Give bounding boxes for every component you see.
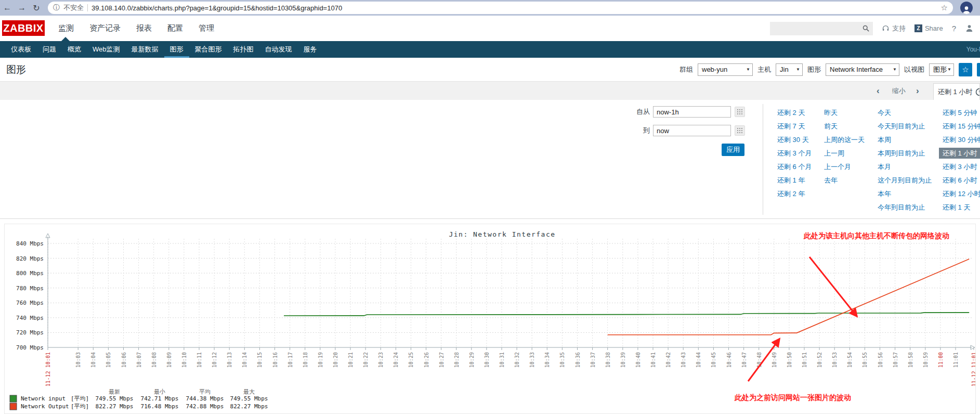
group-label: 群组: [680, 65, 693, 74]
person-icon: [962, 6, 971, 14]
quick-range-link[interactable]: 还剩 12 小时: [943, 190, 980, 198]
help-link[interactable]: ?: [952, 24, 956, 33]
quick-range-link[interactable]: 这个月到目前为止: [878, 176, 932, 184]
quick-range-link[interactable]: 今年到目前为止: [878, 203, 925, 211]
quick-range-link[interactable]: 本周到目前为止: [878, 149, 925, 157]
favorite-star-button[interactable]: [959, 63, 972, 76]
quick-range-link[interactable]: 还剩 6 小时: [943, 176, 977, 184]
quick-range-link[interactable]: 还剩 7 天: [777, 122, 805, 130]
quick-range-link[interactable]: 昨天: [824, 109, 838, 117]
quick-range-link[interactable]: 上一周: [824, 149, 844, 157]
legend-value: 716.48 Mbps: [141, 403, 179, 410]
apply-button[interactable]: 应用: [722, 144, 744, 156]
x-axis-label: 10:29: [469, 352, 475, 368]
back-icon[interactable]: ←: [0, 3, 15, 12]
quick-range-link[interactable]: 前天: [824, 122, 838, 130]
x-axis-label: 10:20: [333, 352, 338, 368]
y-axis-label: 820 Mbps: [16, 255, 44, 262]
url-text[interactable]: 39.108.140.0/zabbix/charts.php?page=1&gr…: [92, 4, 342, 12]
annotation-text: 此处为之前访问网站一张图片的波动: [734, 393, 851, 402]
security-label: 不安全: [63, 3, 84, 12]
subnav-web[interactable]: Web监测: [87, 41, 126, 58]
nav-configuration[interactable]: 配置: [167, 23, 183, 33]
to-input[interactable]: [653, 125, 731, 136]
subnav-problems[interactable]: 问题: [37, 41, 62, 58]
quick-range-link[interactable]: 还剩 30 分钟: [943, 136, 980, 144]
quick-range-link[interactable]: 还剩 1 天: [943, 203, 970, 211]
time-range-tab[interactable]: 还剩 1 小时: [933, 83, 980, 100]
legend-header: 平均: [199, 389, 211, 395]
time-back-chevron-icon[interactable]: ‹: [877, 82, 880, 100]
reload-icon[interactable]: ↻: [29, 3, 44, 13]
subnav-graphs[interactable]: 图形: [164, 41, 189, 58]
address-bar[interactable]: ⓘ 不安全 39.108.140.0/zabbix/charts.php?pag…: [48, 2, 953, 14]
quick-range-link[interactable]: 今天: [878, 109, 891, 117]
x-axis-label: 10:03: [75, 352, 81, 368]
quick-range-link[interactable]: 还剩 3 小时: [943, 163, 977, 171]
quick-range-link[interactable]: 还剩 2 天: [777, 109, 805, 117]
nav-inventory[interactable]: 资产记录: [89, 23, 121, 33]
search-box[interactable]: [770, 22, 873, 35]
from-calendar-button[interactable]: [735, 107, 745, 117]
quick-range-link[interactable]: 还剩 30 天: [777, 136, 809, 144]
quick-range-link[interactable]: 上一个月: [824, 163, 851, 171]
host-select[interactable]: Jin: [776, 63, 803, 76]
zabbix-logo[interactable]: ZABBIX: [2, 20, 45, 36]
share-link[interactable]: Z Share: [914, 24, 943, 32]
search-input[interactable]: [773, 24, 862, 33]
browser-profile-avatar[interactable]: [960, 2, 973, 14]
quick-range-link[interactable]: 本年: [878, 190, 891, 198]
search-icon[interactable]: [862, 24, 870, 32]
graph-select[interactable]: Network Interface: [826, 63, 899, 76]
annotation-arrow: [809, 257, 857, 316]
from-input[interactable]: [653, 106, 731, 118]
x-axis-label: 10:38: [605, 352, 611, 368]
x-axis-label: 10:59: [923, 352, 929, 368]
fullscreen-button-partial[interactable]: [977, 63, 980, 76]
quick-range-link[interactable]: 本月: [878, 163, 891, 171]
quick-range-link[interactable]: 还剩 15 分钟: [943, 122, 980, 130]
x-axis-label: 10:13: [227, 352, 232, 368]
quick-range-link[interactable]: 今天到目前为止: [878, 122, 925, 130]
nav-administration[interactable]: 管理: [199, 23, 214, 33]
subnav-right-text: You-M: [966, 41, 980, 58]
legend-value: 749.55 Mbps: [230, 395, 268, 402]
time-forward-chevron-icon[interactable]: ›: [916, 82, 919, 100]
subnav-discovery[interactable]: 自动发现: [259, 41, 298, 58]
subnav-overview[interactable]: 概览: [62, 41, 87, 58]
support-link[interactable]: 支持: [882, 24, 906, 33]
z-badge-icon: Z: [914, 24, 922, 32]
quick-range-link[interactable]: 上周的这一天: [824, 136, 865, 144]
network-interface-chart[interactable]: Jin: Network Interface840 Mbps820 Mbps80…: [5, 224, 975, 413]
quick-range-link[interactable]: 还剩 5 分钟: [943, 109, 977, 117]
quick-range-link[interactable]: 去年: [824, 176, 838, 184]
subnav-screens[interactable]: 聚合图形: [189, 41, 228, 58]
quick-range-link[interactable]: 还剩 1 小时: [939, 148, 980, 159]
x-axis-label: 10:14: [242, 352, 247, 368]
user-profile-icon[interactable]: [965, 24, 974, 33]
x-axis-label: 10:22: [363, 352, 369, 368]
nav-monitoring[interactable]: 监测: [58, 23, 74, 33]
subnav-dashboard[interactable]: 仪表板: [5, 41, 37, 58]
forward-icon[interactable]: →: [15, 3, 29, 12]
legend-header: 最大: [243, 389, 255, 395]
to-calendar-button[interactable]: [735, 125, 745, 136]
zoom-out-button[interactable]: 缩小: [892, 82, 906, 100]
legend-header: 最新: [109, 389, 120, 395]
subnav-maps[interactable]: 拓扑图: [228, 41, 259, 58]
quick-range-link[interactable]: 还剩 3 个月: [777, 149, 812, 157]
nav-reports[interactable]: 报表: [136, 23, 152, 33]
subnav-latest-data[interactable]: 最新数据: [126, 41, 164, 58]
subnav-services[interactable]: 服务: [298, 41, 323, 58]
quick-range-link[interactable]: 还剩 2 年: [777, 190, 805, 198]
group-select[interactable]: web-yun: [698, 63, 753, 76]
quick-range-link[interactable]: 还剩 6 个月: [777, 163, 812, 171]
x-axis-label: 10:54: [847, 352, 853, 368]
info-icon[interactable]: ⓘ: [53, 3, 60, 12]
quick-range-link[interactable]: 本周: [878, 136, 891, 144]
view-as-select[interactable]: 图形: [929, 63, 954, 76]
bookmark-star-icon[interactable]: ☆: [941, 3, 948, 12]
x-axis-label: 10:36: [575, 352, 581, 368]
quick-range-link[interactable]: 还剩 1 年: [777, 176, 805, 184]
x-axis-label: 10:30: [484, 352, 490, 368]
